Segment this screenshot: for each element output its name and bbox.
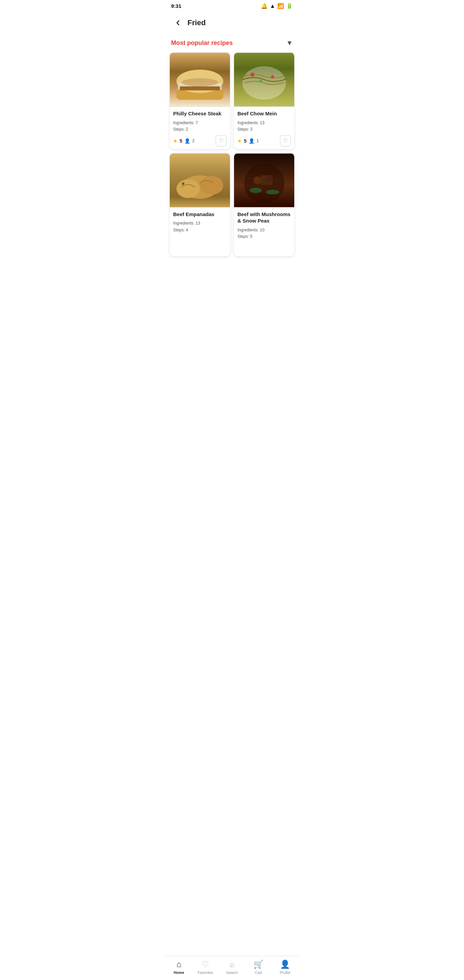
recipe-meta: Ingredients: 13Steps: 4	[173, 220, 227, 233]
page-header: Fried	[166, 12, 298, 34]
recipe-name: Beef with Mushrooms & Snow Peas	[237, 211, 291, 224]
nav-item-favorites[interactable]: ♡ Favorites	[192, 959, 219, 975]
rating-number: 5	[180, 138, 182, 143]
heart-icon: ♡	[283, 137, 288, 144]
bottom-navigation: ⌂ Home ♡ Favorites ⌕ Search 🛒 Cart 👤 Pro…	[166, 956, 298, 980]
svg-point-23	[253, 176, 262, 185]
svg-point-8	[250, 73, 254, 76]
svg-point-13	[176, 179, 200, 198]
recipe-card-2[interactable]: Beef Chow Mein Ingredients: 13Steps: 3 ★…	[234, 52, 294, 149]
recipe-footer	[237, 243, 291, 253]
section-header: Most popular recipes ▼	[166, 34, 298, 50]
svg-point-9	[271, 75, 274, 79]
svg-point-21	[250, 188, 262, 193]
chevron-down-icon[interactable]: ▼	[286, 39, 293, 47]
recipe-meta: Ingredients: 10Steps: 5	[237, 227, 291, 240]
status-bar: 9:31 🔔 ▲ 📶 🔋	[166, 0, 298, 12]
nav-label-search: Search	[226, 970, 238, 975]
recipe-stats: ★ 5 👤 2	[173, 138, 195, 143]
nav-item-home[interactable]: ⌂ Home	[166, 959, 192, 975]
recipe-info: Philly Cheese Steak Ingredients: 7Steps:…	[170, 107, 230, 149]
star-rating: ★	[237, 138, 242, 143]
recipe-footer	[173, 236, 227, 247]
nav-item-cart[interactable]: 🛒 Cart	[245, 959, 272, 975]
favorite-button[interactable]: ♡	[216, 135, 227, 146]
recipe-meta: Ingredients: 13Steps: 3	[237, 120, 291, 133]
svg-point-10	[259, 80, 262, 83]
recipe-card-3[interactable]: Beef Empanadas Ingredients: 13Steps: 4	[170, 153, 230, 256]
recipe-info: Beef with Mushrooms & Snow Peas Ingredie…	[234, 208, 294, 256]
status-icons: 🔔 ▲ 📶 🔋	[261, 3, 293, 9]
nav-label-home: Home	[174, 970, 184, 975]
nav-label-favorites: Favorites	[198, 970, 213, 975]
home-icon: ⌂	[176, 959, 182, 969]
recipes-grid: Philly Cheese Steak Ingredients: 7Steps:…	[166, 50, 298, 283]
recipe-image	[170, 153, 230, 208]
nav-label-cart: Cart	[255, 970, 262, 975]
page-title: Fried	[188, 18, 206, 27]
recipe-image	[234, 153, 294, 208]
profile-icon: 👤	[280, 959, 290, 969]
persons-count: 2	[192, 138, 195, 143]
recipe-card-1[interactable]: Philly Cheese Steak Ingredients: 7Steps:…	[170, 52, 230, 149]
rating-number: 5	[244, 138, 246, 143]
svg-point-24	[266, 175, 272, 182]
recipe-image	[234, 52, 294, 107]
svg-rect-20	[274, 178, 283, 185]
heart-icon: ♡	[219, 137, 224, 144]
wifi-icon: ▲	[270, 3, 275, 9]
favorite-button[interactable]: ♡	[280, 135, 291, 146]
cart-icon: 🛒	[253, 959, 264, 969]
recipe-info: Beef Chow Mein Ingredients: 13Steps: 3 ★…	[234, 107, 294, 149]
svg-point-22	[266, 189, 279, 194]
recipe-image	[170, 52, 230, 107]
nav-label-profile: Profile	[280, 970, 290, 975]
notification-icon: 🔔	[261, 3, 268, 9]
star-rating: ★	[173, 138, 178, 143]
recipe-name: Beef Chow Mein	[237, 110, 291, 117]
persons-icon: 👤	[184, 138, 190, 143]
favorites-icon: ♡	[202, 959, 209, 969]
signal-icon: 📶	[277, 3, 284, 9]
back-button[interactable]	[171, 16, 185, 30]
svg-point-4	[181, 78, 218, 86]
recipe-meta: Ingredients: 7Steps: 2	[173, 120, 227, 133]
recipe-info: Beef Empanadas Ingredients: 13Steps: 4	[170, 208, 230, 250]
recipe-card-4[interactable]: Beef with Mushrooms & Snow Peas Ingredie…	[234, 153, 294, 256]
battery-icon: 🔋	[286, 3, 293, 9]
recipe-footer: ★ 5 👤 1 ♡	[237, 135, 291, 146]
recipe-name: Beef Empanadas	[173, 211, 227, 218]
svg-point-14	[200, 176, 224, 195]
recipe-stats: ★ 5 👤 1	[237, 138, 259, 143]
section-title: Most popular recipes	[171, 40, 233, 47]
search-icon: ⌕	[230, 959, 234, 969]
nav-item-profile[interactable]: 👤 Profile	[272, 959, 298, 975]
recipe-footer: ★ 5 👤 2 ♡	[173, 135, 227, 146]
persons-count: 1	[256, 138, 259, 143]
svg-point-15	[182, 182, 184, 185]
nav-item-search[interactable]: ⌕ Search	[219, 959, 245, 975]
svg-rect-5	[180, 86, 220, 91]
persons-icon: 👤	[249, 138, 254, 143]
status-time: 9:31	[171, 3, 181, 9]
recipe-name: Philly Cheese Steak	[173, 110, 227, 117]
